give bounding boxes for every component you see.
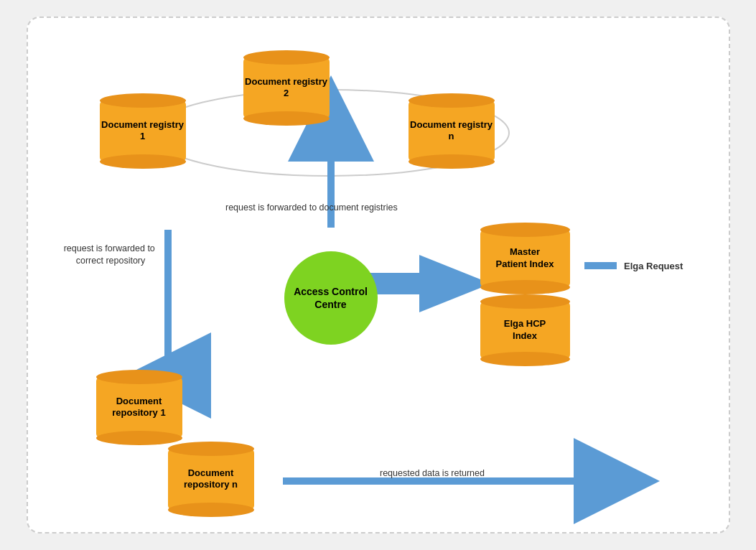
- elga-hcp-index: Elga HCPIndex: [480, 302, 570, 359]
- doc-registry-1: Document registry 1: [100, 101, 186, 162]
- doc-registry-2: Document registry 2: [243, 57, 330, 118]
- doc-repository-n: Documentrepository n: [168, 449, 254, 510]
- doc-registry-n: Document registry n: [409, 101, 495, 162]
- svg-text:request is forwarded to docume: request is forwarded to document registr…: [225, 202, 398, 213]
- svg-text:Elga Request: Elga Request: [624, 261, 683, 271]
- master-patient-index: MasterPatient Index: [480, 230, 570, 287]
- diagram-container: request is forwarded to document registr…: [27, 17, 730, 533]
- doc-repository-1: Documentrepository 1: [96, 377, 182, 438]
- svg-text:request is forwarded to
      : request is forwarded to correct reposito…: [63, 243, 157, 266]
- access-control-centre: Access Control Centre: [284, 251, 378, 345]
- svg-text:requested data is returned: requested data is returned: [380, 468, 485, 478]
